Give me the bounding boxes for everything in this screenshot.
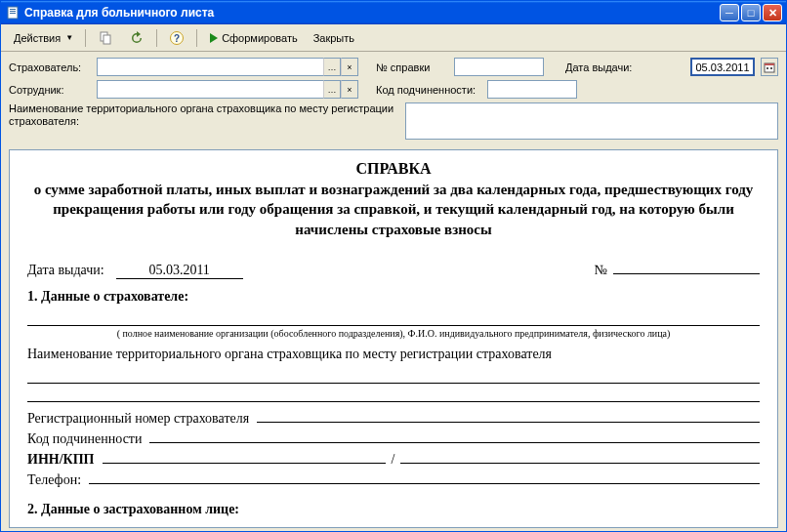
phone-value (89, 470, 760, 484)
close-button[interactable]: ✕ (763, 4, 782, 21)
calendar-button[interactable] (761, 58, 778, 76)
svg-text:?: ? (174, 33, 180, 44)
toolbar-separator (196, 29, 197, 47)
dropdown-arrow-icon: ▼ (65, 33, 73, 42)
help-button[interactable]: ? (162, 27, 191, 49)
svg-rect-9 (765, 63, 774, 65)
close-form-label: Закрыть (313, 32, 354, 44)
doc-subtitle: о сумме заработной платы, иных выплат и … (27, 180, 760, 239)
employee-combo: … × (97, 80, 358, 99)
insurer-hint: ( полное наименование организации (обосо… (27, 328, 760, 339)
app-icon (5, 5, 21, 20)
generate-label: Сформировать (222, 32, 298, 44)
kpp-value (400, 449, 760, 464)
sub-code-doc-value (149, 429, 760, 443)
phone-label: Телефон: (27, 472, 81, 488)
document-body: СПРАВКА о сумме заработной платы, иных в… (10, 150, 777, 528)
insurer-combo: … × (97, 58, 358, 76)
copy-button[interactable] (91, 27, 120, 49)
slash: / (386, 452, 401, 468)
calendar-icon (764, 61, 775, 73)
doc-date-label: Дата выдачи: (27, 263, 104, 278)
toolbar-separator (156, 29, 157, 47)
minimize-button[interactable]: ─ (720, 4, 739, 21)
toolbar: Действия ▼ ? Сформировать Закрыть (1, 24, 786, 52)
svg-rect-11 (770, 67, 772, 69)
sub-code-label: Код подчиненности: (376, 84, 483, 96)
insurer-select-button[interactable]: … (323, 58, 341, 76)
territory-line2 (27, 387, 760, 402)
sub-code-input[interactable] (487, 80, 577, 99)
issue-date-label: Дата выдачи: (565, 61, 632, 73)
employee-select-button[interactable]: … (323, 80, 341, 99)
svg-rect-5 (104, 35, 110, 44)
inn-kpp-label: ИНН/КПП (27, 452, 95, 468)
employee-input[interactable] (97, 80, 323, 99)
refresh-icon (129, 30, 145, 46)
help-icon: ? (169, 30, 185, 46)
territory-input[interactable] (405, 102, 778, 140)
doc-date-value: 05.03.2011 (116, 263, 243, 279)
territory-label: Наименование территориального органа стр… (9, 102, 399, 140)
titlebar: Справка для больничного листа ─ □ ✕ (1, 1, 786, 24)
insurer-clear-button[interactable]: × (341, 58, 358, 76)
employee-clear-button[interactable]: × (341, 80, 358, 99)
form-area: Страхователь: … × № справки Дата выдачи:… (1, 52, 786, 145)
maximize-button[interactable]: □ (741, 4, 761, 21)
document-viewport[interactable]: СПРАВКА о сумме заработной платы, иных в… (9, 149, 778, 528)
actions-menu-button[interactable]: Действия ▼ (7, 27, 80, 49)
svg-rect-10 (766, 67, 768, 69)
section2-heading: 2. Данные о застрахованном лице: (27, 502, 760, 517)
actions-label: Действия (14, 32, 61, 44)
territory-line1 (27, 368, 760, 384)
toolbar-separator (85, 29, 86, 47)
window-buttons: ─ □ ✕ (720, 4, 782, 21)
refresh-button[interactable] (122, 27, 151, 49)
cert-no-input[interactable] (454, 58, 544, 76)
close-form-button[interactable]: Закрыть (307, 27, 361, 49)
window-title: Справка для больничного листа (24, 6, 720, 20)
insurer-name-line (27, 310, 760, 326)
generate-button[interactable]: Сформировать (202, 27, 305, 49)
doc-title: СПРАВКА (27, 160, 760, 178)
reg-no-value (257, 408, 760, 423)
reg-no-label: Регистрационный номер страхователя (27, 411, 249, 427)
svg-rect-3 (10, 13, 16, 14)
app-window: Справка для больничного листа ─ □ ✕ Дейс… (0, 0, 787, 532)
inn-value (103, 449, 386, 464)
copy-icon (98, 30, 113, 46)
insurer-input[interactable] (97, 58, 323, 76)
employee-label: Сотрудник: (9, 84, 93, 96)
svg-rect-2 (10, 11, 16, 12)
doc-num-value (613, 259, 760, 274)
sub-code-doc-label: Код подчиненности (27, 431, 142, 447)
doc-num-label: № (595, 263, 607, 278)
section1-heading: 1. Данные о страхователе: (27, 289, 760, 305)
issue-date-input[interactable] (690, 58, 755, 76)
territory-heading: Наименование территориального органа стр… (27, 347, 760, 362)
cert-no-label: № справки (376, 61, 450, 73)
svg-rect-1 (10, 9, 16, 10)
insurer-label: Страхователь: (9, 61, 93, 73)
play-icon (209, 32, 219, 44)
